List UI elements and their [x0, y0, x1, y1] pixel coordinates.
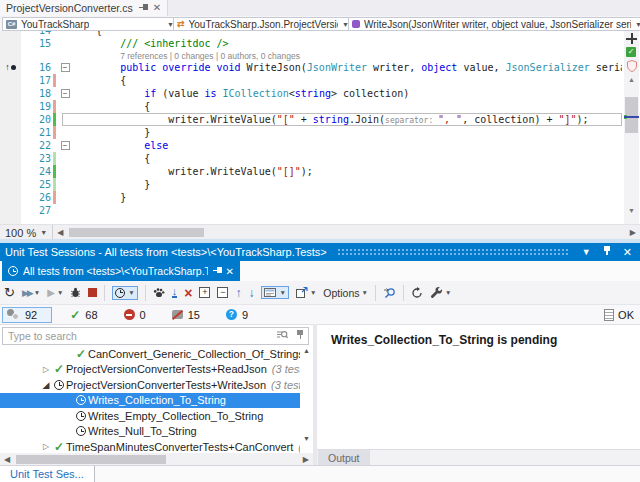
- splitter-grip-icon[interactable]: [626, 33, 637, 44]
- file-analysis-ok-icon[interactable]: ✓: [626, 47, 636, 57]
- code-line[interactable]: 19 {: [0, 100, 622, 113]
- chevron-down-icon: ▼: [635, 21, 640, 28]
- chevron-collapsed-icon[interactable]: ▷: [40, 442, 52, 451]
- run-selected-button[interactable]: ▶▼: [47, 287, 63, 298]
- code-line[interactable]: 27: [0, 204, 622, 217]
- line-number: 19: [21, 101, 53, 112]
- track-running-test-toggle[interactable]: ▼: [112, 286, 137, 300]
- scroll-right-icon[interactable]: ▶: [626, 228, 640, 237]
- refresh-button[interactable]: [411, 287, 423, 299]
- export-button[interactable]: ▼: [296, 287, 316, 298]
- chevron-expanded-icon[interactable]: ◢: [40, 380, 52, 390]
- test-tree-item[interactable]: ▷✓ProjectVersionConverterTests+ReadJson(…: [0, 362, 300, 378]
- scroll-left-icon[interactable]: ◀: [0, 455, 14, 464]
- tool-window-titlebar[interactable]: Unit Test Sessions - All tests from <tes…: [0, 243, 640, 261]
- debug-button[interactable]: [70, 287, 81, 298]
- session-tab[interactable]: All tests from <tests>\<YouTrackSharp.Te…: [2, 261, 240, 281]
- test-label: ProjectVersionConverterTests+WriteJson: [66, 379, 266, 391]
- test-tree-item[interactable]: Writes_Null_To_String: [0, 424, 300, 440]
- pin-icon[interactable]: [600, 246, 614, 258]
- next-test-button[interactable]: ↓: [248, 286, 254, 300]
- group-by-toggle[interactable]: ▼: [261, 286, 288, 299]
- code-line[interactable]: 25 }: [0, 178, 622, 191]
- pin-icon[interactable]: [139, 2, 147, 14]
- search-box[interactable]: [2, 327, 309, 345]
- ignored-icon: [172, 310, 183, 319]
- zoom-level: 100 %: [5, 227, 36, 239]
- count-inconclusive[interactable]: ? 9: [226, 309, 248, 321]
- pin-icon[interactable]: [213, 265, 221, 277]
- scroll-right-icon[interactable]: ▶: [299, 455, 313, 464]
- window-position-icon[interactable]: ▼: [579, 247, 594, 257]
- collapse-region-icon[interactable]: −: [61, 89, 70, 98]
- test-tree-item[interactable]: Writes_Empty_Collection_To_String: [0, 408, 300, 424]
- gutter-cell: [0, 152, 21, 165]
- settings-wrench-button[interactable]: ▼: [430, 286, 451, 299]
- type-dropdown[interactable]: ⇄ YouTrackSharp.Json.ProjectVersionConve…: [173, 17, 353, 31]
- code-line[interactable]: 21 }: [0, 126, 622, 139]
- options-button[interactable]: Options ▼: [323, 287, 368, 299]
- fold-column: −: [58, 63, 72, 72]
- code-line[interactable]: 18− if (value is ICollection<string> col…: [0, 87, 622, 100]
- count-failed[interactable]: 0: [124, 309, 146, 321]
- code-line[interactable]: 24 writer.WriteValue("[]");: [0, 165, 622, 178]
- run-all-button[interactable]: ▶▶▼: [22, 288, 40, 298]
- unit-test-sessions-autohide-tab[interactable]: Unit Test Ses...: [0, 466, 95, 482]
- code-line[interactable]: 22− else: [0, 139, 622, 152]
- scroll-left-icon[interactable]: ◀: [53, 228, 67, 237]
- titlebar-drag-texture: [337, 248, 569, 256]
- test-tree-item[interactable]: Writes_Collection_To_String: [0, 393, 300, 409]
- chevron-collapsed-icon[interactable]: ▷: [40, 365, 52, 374]
- code-text: {: [72, 152, 622, 165]
- codelens-row[interactable]: 7 references | 0 changes | 0 authors, 0 …: [0, 50, 622, 61]
- clock-icon: [8, 266, 18, 276]
- zoom-dropdown[interactable]: 100 % ▼: [0, 225, 53, 240]
- collapse-all-button[interactable]: −: [217, 287, 228, 298]
- project-dropdown[interactable]: C# YouTrackSharp ▼: [2, 17, 178, 31]
- scroll-up-icon[interactable]: ▲: [300, 347, 313, 354]
- search-icon[interactable]: [276, 330, 288, 343]
- test-tree-item[interactable]: ✓CanConvert_Generic_Collection_Of_String…: [0, 346, 300, 362]
- collapse-region-icon[interactable]: −: [61, 141, 70, 150]
- document-tab[interactable]: ProjectVersionConverter.cs ✕: [0, 0, 168, 16]
- scroll-down-icon[interactable]: ▼: [300, 435, 313, 442]
- code-line[interactable]: 26 }: [0, 191, 622, 204]
- stop-button[interactable]: [88, 288, 97, 297]
- test-tree-item[interactable]: ▷✓TimeSpanMinutesConverterTests+CanConve…: [0, 439, 300, 453]
- count-ignored[interactable]: 15: [172, 309, 200, 321]
- solution-analysis-shield-icon[interactable]: [624, 60, 639, 74]
- editor-vertical-scrollbar[interactable]: ✓ ▲ ▼: [624, 31, 639, 224]
- pin-icon[interactable]: [296, 330, 304, 342]
- expand-all-button[interactable]: +: [199, 287, 210, 298]
- scroll-down-icon[interactable]: ▼: [624, 207, 639, 214]
- scroll-up-icon[interactable]: ▲: [624, 76, 639, 83]
- code-line[interactable]: ↑16− public override void WriteJson(Json…: [0, 61, 622, 74]
- track-paw-button[interactable]: [153, 287, 165, 298]
- previous-test-button[interactable]: ↑: [235, 286, 241, 300]
- scrollbar-thumb[interactable]: [69, 228, 204, 237]
- tree-vertical-scrollbar[interactable]: ▲ ▼: [300, 346, 313, 453]
- repeat-run-button[interactable]: ↻: [4, 286, 15, 299]
- gutter-cell: [0, 87, 21, 100]
- count-passed[interactable]: ✓ 68: [70, 308, 97, 322]
- remove-tests-button[interactable]: ×: [184, 287, 192, 299]
- line-number: 25: [21, 179, 53, 190]
- codelens-info[interactable]: 7 references | 0 changes | 0 authors, 0 …: [120, 51, 300, 61]
- locate-in-editor-button[interactable]: [383, 287, 396, 299]
- overrides-member-icon[interactable]: ↑: [0, 61, 21, 74]
- close-icon[interactable]: ✕: [226, 266, 234, 277]
- code-line[interactable]: 17 {: [0, 74, 622, 87]
- code-editor[interactable]: 14 {15 /// <inheritdoc /> 7 references |…: [0, 31, 640, 224]
- scrollbar-thumb[interactable]: [16, 455, 166, 464]
- test-tree-item[interactable]: ◢ProjectVersionConverterTests+WriteJson(…: [0, 377, 300, 393]
- member-dropdown[interactable]: WriteJson(JsonWriter writer, object valu…: [348, 17, 640, 31]
- close-icon[interactable]: ✕: [153, 3, 161, 13]
- code-line[interactable]: 20 writer.WriteValue("[" + string.Join(s…: [0, 113, 622, 126]
- tab-output[interactable]: Output: [318, 450, 370, 466]
- search-input[interactable]: [3, 330, 272, 342]
- count-total[interactable]: 92: [2, 307, 52, 323]
- collapse-region-icon[interactable]: −: [61, 63, 70, 72]
- add-tests-button[interactable]: ↓: [172, 287, 178, 298]
- close-icon[interactable]: ✕: [620, 246, 635, 259]
- code-line[interactable]: 23 {: [0, 152, 622, 165]
